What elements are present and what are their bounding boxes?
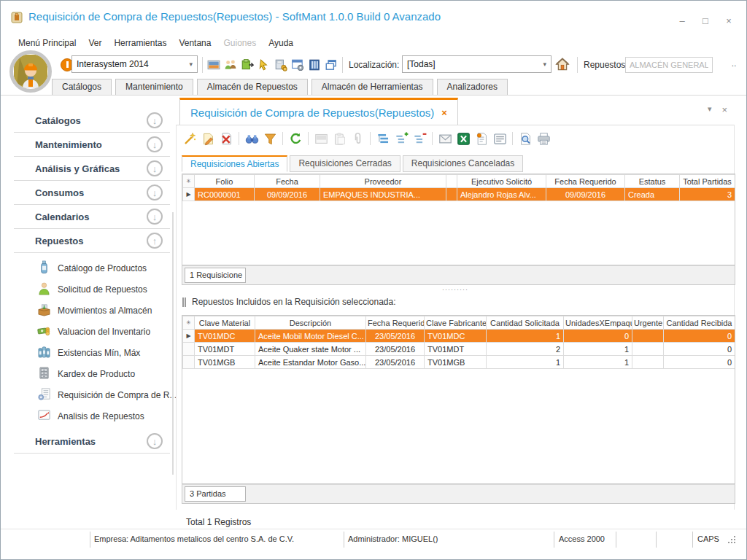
edit-cursor-icon[interactable] [257,58,271,72]
tree-expand-icon[interactable] [394,131,409,146]
delete-icon[interactable] [219,131,233,146]
stock-bottles-icon [37,345,51,361]
chevron-down-circle-icon[interactable]: ↓ [147,136,163,152]
maximize-button[interactable]: □ [697,14,714,28]
tab-catalogos[interactable]: Catálogos [52,79,112,95]
column-header[interactable]: Urgente [632,316,664,330]
partidas-count-button[interactable]: 3 Partidas [185,486,246,502]
binoculars-icon[interactable] [244,131,259,146]
filter-icon[interactable] [263,131,277,146]
minimize-button[interactable]: – [673,14,691,28]
detail-section-label: Repuestos Incluidos en la Requisición se… [192,297,396,307]
sidebar-section-herramientas[interactable]: Herramientas ↓ [14,429,170,454]
chevron-down-circle-icon[interactable]: ↓ [147,184,163,201]
menu-principal[interactable]: Menú Principal [18,38,76,48]
document-panel: Requisiciones Abiertas Requisiciones Cer… [176,125,735,510]
sidebar-item-existencias-min-max[interactable]: Existencias Mín, Máx [1,342,176,363]
resize-grip[interactable] [727,535,736,544]
column-header[interactable]: Fecha Requerido [546,175,625,188]
column-header[interactable]: Cantidad Recibida [664,316,735,330]
column-header[interactable]: Folio [195,175,255,188]
users-icon[interactable] [223,58,238,72]
column-header[interactable]: Descripción [255,316,366,330]
home-icon[interactable] [555,57,570,71]
tab-requisiciones-canceladas[interactable]: Requisiciones Canceladas [403,155,523,172]
sidebar-section-calendarios[interactable]: Calendarios ↓ [14,205,170,229]
sidebar-section-consumos[interactable]: Consumos ↓ [14,181,170,205]
close-document-icon[interactable]: × [721,104,727,115]
txt-export-icon[interactable] [492,131,507,146]
print-icon[interactable] [536,131,551,146]
chevron-down-circle-icon[interactable]: ↓ [147,112,163,128]
sidebar-scrollbar[interactable] [172,212,174,475]
close-button[interactable]: × [720,14,738,28]
image-icon[interactable] [206,58,221,72]
tab-almacen-repuestos[interactable]: Almacén de Repuestos [197,79,308,95]
sidebar-item-solicitud-repuestos[interactable]: Solicitud de Repuestos [1,279,176,300]
localizacion-combobox[interactable]: [Todas] ▾ [402,55,551,73]
sidebar-item-kardex-producto[interactable]: Kardex de Producto [1,363,176,384]
column-header[interactable]: Estatus [625,175,680,188]
chevron-down-circle-icon[interactable]: ↓ [147,433,163,449]
avatar[interactable] [9,50,52,93]
column-header[interactable]: Fecha Requerido [366,316,425,330]
tab-mantenimiento[interactable]: Mantenimiento [115,79,193,95]
column-header[interactable]: UnidadesXEmpaque [564,316,632,330]
tab-analizadores[interactable]: Analizadores [437,79,508,95]
table-row[interactable]: ▶ RC0000001 09/09/2016 EMPAQUES INDUSTRI… [183,188,735,201]
tree-list-icon[interactable] [376,131,390,146]
menu-ayuda[interactable]: Ayuda [268,38,293,48]
table-row[interactable]: TV01MDT Aceite Quaker state Motor ... 23… [183,343,735,356]
sidebar-section-analisis[interactable]: Análisis y Gráficas ↓ [14,157,170,181]
sidebar-item-analisis-repuestos[interactable]: Analisis de Repuestos [1,405,176,427]
sidebar-item-requisicion-compra[interactable]: Requisición de Compra de R... [1,384,176,405]
column-header[interactable] [446,175,457,188]
columns-book-icon[interactable] [307,58,322,72]
menu-ventana[interactable]: Ventana [179,38,211,48]
chevron-up-circle-icon[interactable]: ↑ [147,233,163,249]
email-icon[interactable] [438,131,452,146]
chevron-down-circle-icon[interactable]: ↓ [147,209,163,225]
excel-export-icon[interactable] [456,131,471,146]
calculator-coins-icon[interactable] [274,58,288,72]
column-header[interactable]: Cantidad Solicitada [487,316,564,330]
chevron-down-circle-icon[interactable]: ↓ [147,160,163,176]
sidebar-section-mantenimiento[interactable]: Mantenimiento ↓ [14,133,170,157]
magic-wand-icon[interactable] [182,131,197,146]
column-header[interactable]: Clave Material [195,316,255,330]
tab-requisiciones-abiertas[interactable]: Requisiciones Abiertas [182,155,287,172]
export-doc-icon[interactable] [474,131,489,146]
cascade-windows-icon[interactable] [324,58,338,72]
tree-collapse-icon[interactable] [412,131,427,146]
splitter-handle[interactable]: ········· [177,285,734,295]
table-row[interactable]: ▶ TV01MDC Aceite Mobil Motor Diesel C...… [183,330,735,343]
window-settings-icon[interactable] [290,58,305,72]
column-header[interactable]: Total Partidas [680,175,735,188]
total-records-label: Total 1 Registros [186,517,251,527]
requisiciones-count-button[interactable]: 1 Requisicione [185,268,246,283]
sidebar-item-catalogo-productos[interactable]: Catálogo de Productos [1,257,176,279]
menu-herramientas[interactable]: Herramientas [114,38,166,48]
tab-list-dropdown-icon[interactable]: ▾ [708,104,712,115]
repuestos-input[interactable] [625,57,713,73]
column-header[interactable]: Fecha [255,175,320,188]
tab-requisiciones-cerradas[interactable]: Requisiciones Cerradas [290,155,400,172]
sidebar-item-valuacion-inventario[interactable]: Valuacion del Inventario [1,321,176,342]
system-combobox[interactable]: Interasystem 2014 ▾ [71,55,198,73]
sidebar-section-repuestos[interactable]: Repuestos ↑ [14,229,170,253]
tab-almacen-herramientas[interactable]: Almacén de Herramientas [311,79,433,95]
sidebar-item-movimientos-almacen[interactable]: Movimientos al Almacén [1,300,176,321]
refresh-icon[interactable] [288,131,303,146]
column-header[interactable]: Clave Fabricante [425,316,487,330]
column-header[interactable]: Ejecutivo Solicitó [457,175,546,188]
edit-icon[interactable] [201,131,215,146]
print-preview-icon[interactable] [518,131,533,146]
document-tab[interactable]: Requisición de Compra de Repuestos(Repue… [179,98,458,125]
export-box-icon[interactable] [240,58,255,72]
document-tab-close-icon[interactable]: × [441,107,447,118]
more-button[interactable]: ‥ [727,59,740,71]
table-row[interactable]: TV01MGB Aceite Estandar Motor Gaso... 23… [183,356,735,369]
menu-ver[interactable]: Ver [88,38,101,48]
column-header[interactable]: Proveedor [320,175,446,188]
sidebar-section-catalogos[interactable]: Catálogos ↓ [14,109,170,133]
